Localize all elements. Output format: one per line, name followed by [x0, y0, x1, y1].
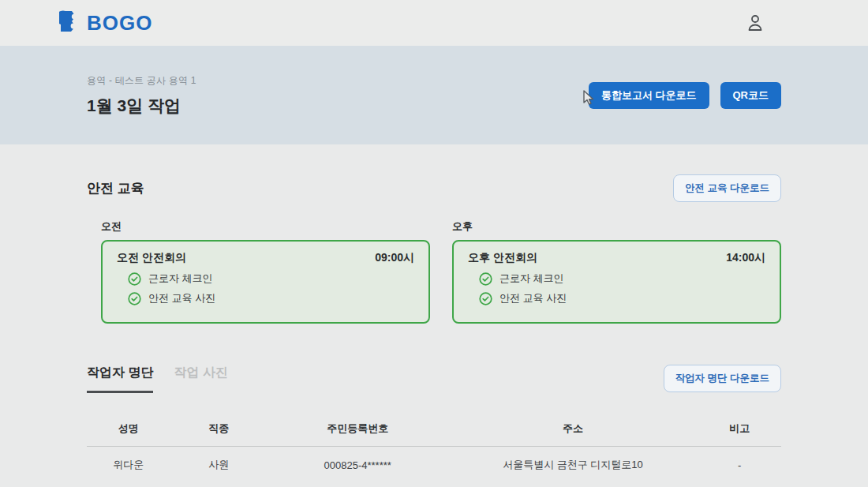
- main-content: 안전 교육 안전 교육 다운로드 오전 오전 안전회의 09:00시 근로자 체…: [0, 144, 868, 487]
- cell-job: 인턴: [170, 483, 268, 487]
- page-title: 1월 3일 작업: [87, 95, 196, 117]
- check-circle-icon: [128, 272, 141, 286]
- cell-address: 디지털로 10길: [448, 483, 698, 487]
- check-circle-icon: [128, 292, 141, 305]
- cell-name: 위다운: [87, 447, 170, 484]
- top-header: BOGO: [0, 0, 868, 46]
- breadcrumb: 용역 - 테스트 공사 용역 1: [87, 74, 196, 88]
- table-row: 위다운 사원 000825-4****** 서울특별시 금천구 디지털로10 -: [87, 447, 781, 484]
- safety-sessions: 오전 오전 안전회의 09:00시 근로자 체크인: [101, 219, 781, 324]
- workers-section: 작업자 명단 작업 사진 작업자 명단 다운로드 성명 직종 주민등록번호 주소…: [87, 365, 781, 487]
- session-period-label: 오후: [452, 219, 781, 234]
- page-banner: 용역 - 테스트 공사 용역 1 1월 3일 작업 통합보고서 다운로드 QR코…: [0, 46, 868, 144]
- banner-text: 용역 - 테스트 공사 용역 1 1월 3일 작업: [87, 74, 196, 117]
- cell-name: 김나예: [87, 483, 170, 487]
- checklist-item-label: 안전 교육 사진: [148, 291, 215, 305]
- session-title: 오전 안전회의: [117, 251, 186, 265]
- cell-rrn: 000802-4******: [268, 483, 448, 487]
- banner-actions: 통합보고서 다운로드 QR코드: [589, 82, 781, 109]
- col-header-name: 성명: [87, 414, 170, 447]
- checklist-item-label: 근로자 체크인: [148, 272, 213, 286]
- table-row: 김나예 인턴 000802-4****** 디지털로 10길 -: [87, 483, 781, 487]
- bogo-logo[interactable]: BOGO: [59, 9, 152, 36]
- session-checklist-item: 안전 교육 사진: [128, 291, 414, 305]
- qr-code-button[interactable]: QR코드: [720, 82, 782, 109]
- cell-job: 사원: [170, 447, 268, 484]
- checklist-item-label: 안전 교육 사진: [499, 291, 567, 305]
- logo-text: BOGO: [87, 11, 152, 36]
- worker-list-download-button[interactable]: 작업자 명단 다운로드: [664, 365, 781, 392]
- worker-table: 성명 직종 주민등록번호 주소 비고 위다운 사원 000825-4******…: [87, 414, 781, 487]
- col-header-rrn: 주민등록번호: [268, 414, 448, 447]
- col-header-address: 주소: [448, 414, 698, 447]
- morning-session-card: 오전 안전회의 09:00시 근로자 체크인 안전 교육 사진: [101, 240, 430, 324]
- check-circle-icon: [479, 292, 492, 305]
- cell-address: 서울특별시 금천구 디지털로10: [448, 447, 698, 484]
- person-icon: [746, 13, 764, 32]
- tab-worker-list[interactable]: 작업자 명단: [87, 365, 153, 393]
- cell-note: -: [698, 483, 781, 487]
- safety-section-title: 안전 교육: [87, 179, 144, 197]
- user-account-button[interactable]: [746, 13, 764, 32]
- checklist-item-label: 근로자 체크인: [499, 272, 564, 286]
- col-header-job: 직종: [170, 414, 268, 447]
- session-checklist-item: 근로자 체크인: [479, 272, 765, 286]
- cell-note: -: [698, 447, 781, 484]
- bogo-logo-icon: [59, 9, 81, 36]
- afternoon-session-card: 오후 안전회의 14:00시 근로자 체크인 안전 교육 사진: [452, 240, 781, 324]
- morning-session: 오전 오전 안전회의 09:00시 근로자 체크인: [101, 219, 430, 324]
- session-title: 오후 안전회의: [468, 251, 537, 265]
- check-circle-icon: [479, 272, 492, 286]
- safety-education-section: 안전 교육 안전 교육 다운로드 오전 오전 안전회의 09:00시 근로자 체…: [87, 174, 781, 324]
- worker-table-header-row: 성명 직종 주민등록번호 주소 비고: [87, 414, 781, 447]
- session-time: 14:00시: [726, 251, 765, 265]
- workers-tabs: 작업자 명단 작업 사진: [87, 365, 228, 393]
- cell-rrn: 000825-4******: [268, 447, 448, 484]
- afternoon-session: 오후 오후 안전회의 14:00시 근로자 체크인: [452, 219, 781, 324]
- tab-work-photos[interactable]: 작업 사진: [174, 365, 227, 393]
- report-download-button[interactable]: 통합보고서 다운로드: [589, 82, 709, 109]
- session-checklist-item: 안전 교육 사진: [479, 291, 765, 305]
- col-header-note: 비고: [698, 414, 781, 447]
- session-checklist-item: 근로자 체크인: [128, 272, 414, 286]
- session-period-label: 오전: [101, 219, 430, 234]
- safety-download-button[interactable]: 안전 교육 다운로드: [673, 174, 781, 202]
- session-time: 09:00시: [375, 251, 414, 265]
